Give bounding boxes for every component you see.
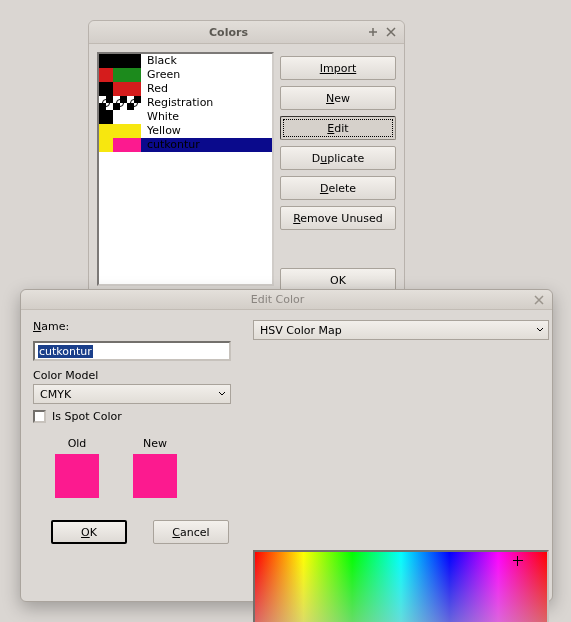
list-item-label: Yellow <box>141 124 181 137</box>
color-swatch <box>113 110 127 124</box>
button-column: Import New Edit Duplicate Delete Remove … <box>280 52 396 286</box>
close-icon[interactable] <box>384 25 398 39</box>
color-swatch <box>127 138 141 152</box>
is-spot-checkbox[interactable] <box>33 410 46 423</box>
color-swatch <box>127 110 141 124</box>
colors-title: Colors <box>95 26 362 39</box>
color-swatch <box>99 110 113 124</box>
color-swatch <box>127 54 141 68</box>
color-swatch <box>99 68 113 82</box>
list-item[interactable]: White <box>99 110 272 124</box>
list-item-label: Red <box>141 82 168 95</box>
color-map-select[interactable]: HSV Color Map <box>253 320 549 340</box>
hsv-color-map[interactable] <box>253 550 549 622</box>
color-swatch <box>113 124 127 138</box>
color-swatch <box>99 54 113 68</box>
cancel-button[interactable]: Cancel <box>153 520 229 544</box>
delete-button[interactable]: Delete <box>280 176 396 200</box>
new-color-block: New <box>133 437 177 498</box>
edit-color-titlebar: Edit Color <box>21 290 552 310</box>
color-swatch <box>99 82 113 96</box>
colors-window: Colors BlackGreenRedRegistrationWhiteYel… <box>88 20 405 295</box>
color-swatch <box>113 96 127 110</box>
color-list[interactable]: BlackGreenRedRegistrationWhiteYellowcutk… <box>97 52 274 286</box>
remove-unused-button[interactable]: Remove Unused <box>280 206 396 230</box>
name-input[interactable]: cutkontur <box>33 341 231 361</box>
name-label: Name: <box>33 320 243 333</box>
color-swatch <box>113 138 127 152</box>
list-item[interactable]: Registration <box>99 96 272 110</box>
list-item-label: Black <box>141 54 177 67</box>
edit-color-title: Edit Color <box>27 293 528 306</box>
color-swatch <box>127 68 141 82</box>
color-swatch <box>127 96 141 110</box>
plus-icon[interactable] <box>366 25 380 39</box>
list-item-label: White <box>141 110 179 123</box>
color-swatch <box>99 96 113 110</box>
duplicate-button[interactable]: Duplicate <box>280 146 396 170</box>
edit-color-window: Edit Color Name: cutkontur Color Model C… <box>20 289 553 602</box>
color-swatch <box>113 68 127 82</box>
list-item[interactable]: Green <box>99 68 272 82</box>
list-item[interactable]: cutkontur <box>99 138 272 152</box>
color-swatch <box>99 124 113 138</box>
color-model-label: Color Model <box>33 369 243 382</box>
list-item-label: Green <box>141 68 180 81</box>
old-color-swatch <box>55 454 99 498</box>
color-swatch <box>113 54 127 68</box>
close-icon[interactable] <box>532 293 546 307</box>
new-color-swatch <box>133 454 177 498</box>
is-spot-label: Is Spot Color <box>52 410 122 423</box>
color-swatch <box>113 82 127 96</box>
color-swatch <box>127 82 141 96</box>
color-swatch <box>127 124 141 138</box>
old-color-block: Old <box>55 437 99 498</box>
color-swatch <box>99 138 113 152</box>
chevron-down-icon <box>218 390 226 398</box>
list-item[interactable]: Black <box>99 54 272 68</box>
new-button[interactable]: New <box>280 86 396 110</box>
chevron-down-icon <box>536 326 544 334</box>
old-color-label: Old <box>55 437 99 450</box>
color-model-select[interactable]: CMYK <box>33 384 231 404</box>
list-item[interactable]: Yellow <box>99 124 272 138</box>
new-color-label: New <box>133 437 177 450</box>
hsv-cursor[interactable] <box>513 556 523 566</box>
list-item-label: Registration <box>141 96 213 109</box>
colors-titlebar: Colors <box>89 21 404 44</box>
edit-button[interactable]: Edit <box>280 116 396 140</box>
list-item[interactable]: Red <box>99 82 272 96</box>
import-button[interactable]: Import <box>280 56 396 80</box>
ok-button[interactable]: OK <box>51 520 127 544</box>
list-item-label: cutkontur <box>141 138 200 151</box>
